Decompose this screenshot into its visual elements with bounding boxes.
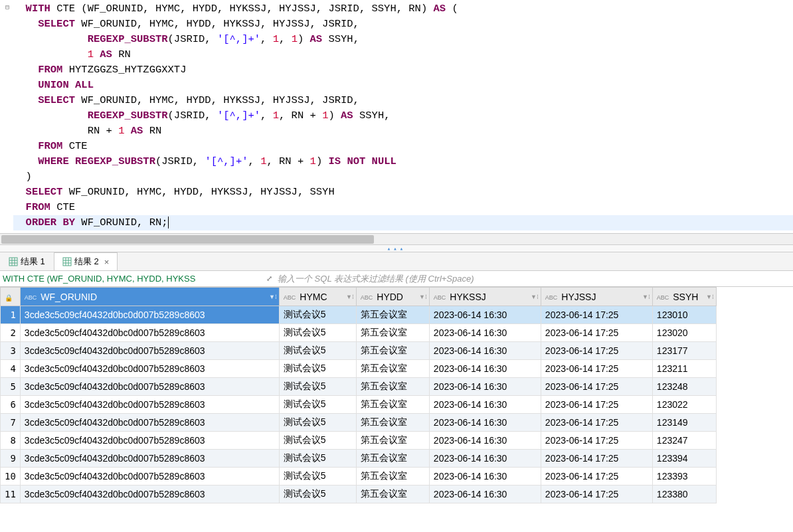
results-grid[interactable]: 🔒ABC WF_ORUNID▼⁞ABC HYMC▼⁞ABC HYDD▼⁞ABC … [0, 287, 793, 532]
row-number[interactable]: 10 [1, 468, 21, 486]
cell[interactable]: 123394 [652, 450, 716, 468]
cell[interactable]: 2023-06-14 16:30 [429, 486, 541, 503]
column-filter-icon[interactable]: ▼⁞ [531, 294, 539, 300]
cell[interactable]: 2023-06-14 16:30 [429, 306, 541, 324]
cell[interactable]: 2023-06-14 16:30 [429, 342, 541, 360]
fold-toggle-icon[interactable]: ⊟ [5, 3, 12, 10]
cell[interactable]: 3cde3c5c09cf40432d0bc0d007b5289c8603 [20, 378, 279, 396]
table-row[interactable]: 43cde3c5c09cf40432d0bc0d007b5289c8603测试会… [1, 360, 717, 378]
table-row[interactable]: 103cde3c5c09cf40432d0bc0d007b5289c8603测试… [1, 468, 717, 486]
cell[interactable]: 2023-06-14 16:30 [429, 450, 541, 468]
cell[interactable]: 第五会议室 [356, 432, 429, 450]
row-number[interactable]: 6 [1, 396, 21, 414]
table-row[interactable]: 83cde3c5c09cf40432d0bc0d007b5289c8603测试会… [1, 432, 717, 450]
column-header-hydd[interactable]: ABC HYDD▼⁞ [356, 288, 429, 306]
filter-expression-input[interactable]: 输入一个 SQL 表达式来过滤结果 (使用 Ctrl+Space) [275, 273, 793, 285]
cell[interactable]: 第五会议室 [356, 468, 429, 486]
cell[interactable]: 3cde3c5c09cf40432d0bc0d007b5289c8603 [20, 396, 279, 414]
cell[interactable]: 第五会议室 [356, 414, 429, 432]
cell[interactable]: 测试会议5 [279, 432, 356, 450]
cell[interactable]: 测试会议5 [279, 360, 356, 378]
cell[interactable]: 3cde3c5c09cf40432d0bc0d007b5289c8603 [20, 414, 279, 432]
cell[interactable]: 2023-06-14 16:30 [429, 468, 541, 486]
cell[interactable]: 第五会议室 [356, 486, 429, 503]
cell[interactable]: 2023-06-14 17:25 [541, 432, 652, 450]
cell[interactable]: 测试会议5 [279, 396, 356, 414]
row-number[interactable]: 5 [1, 378, 21, 396]
cell[interactable]: 2023-06-14 16:30 [429, 432, 541, 450]
column-filter-icon[interactable]: ▼⁞ [706, 294, 714, 300]
column-header-hykssj[interactable]: ABC HYKSSJ▼⁞ [429, 288, 541, 306]
cell[interactable]: 2023-06-14 17:25 [541, 414, 652, 432]
row-number[interactable]: 4 [1, 360, 21, 378]
cell[interactable]: 2023-06-14 17:25 [541, 342, 652, 360]
cell[interactable]: 3cde3c5c09cf40432d0bc0d007b5289c8603 [20, 360, 279, 378]
cell[interactable]: 测试会议5 [279, 486, 356, 503]
table-row[interactable]: 23cde3c5c09cf40432d0bc0d007b5289c8603测试会… [1, 324, 717, 342]
cell[interactable]: 第五会议室 [356, 396, 429, 414]
cell[interactable]: 123211 [652, 360, 716, 378]
column-header-ssyh[interactable]: ABC SSYH▼⁞ [652, 288, 716, 306]
table-row[interactable]: 113cde3c5c09cf40432d0bc0d007b5289c8603测试… [1, 486, 717, 503]
results-tab-2[interactable]: 结果 2× [54, 252, 118, 270]
column-filter-icon[interactable]: ▼⁞ [642, 294, 650, 300]
close-icon[interactable]: × [104, 257, 110, 267]
row-number[interactable]: 3 [1, 342, 21, 360]
editor-horizontal-scrollbar[interactable] [0, 233, 793, 244]
table-row[interactable]: 53cde3c5c09cf40432d0bc0d007b5289c8603测试会… [1, 378, 717, 396]
cell[interactable]: 123149 [652, 414, 716, 432]
cell[interactable]: 123247 [652, 432, 716, 450]
cell[interactable]: 2023-06-14 17:25 [541, 306, 652, 324]
pane-splitter[interactable]: ▴▴▴ [0, 244, 793, 252]
cell[interactable]: 2023-06-14 17:25 [541, 450, 652, 468]
row-number-header[interactable]: 🔒 [1, 288, 21, 306]
cell[interactable]: 测试会议5 [279, 342, 356, 360]
expand-sql-icon[interactable]: ⤢ [263, 274, 275, 283]
cell[interactable]: 第五会议室 [356, 450, 429, 468]
cell[interactable]: 测试会议5 [279, 378, 356, 396]
cell[interactable]: 测试会议5 [279, 450, 356, 468]
cell[interactable]: 123010 [652, 306, 716, 324]
cell[interactable]: 第五会议室 [356, 324, 429, 342]
cell[interactable]: 2023-06-14 17:25 [541, 486, 652, 503]
cell[interactable]: 2023-06-14 16:30 [429, 324, 541, 342]
table-row[interactable]: 93cde3c5c09cf40432d0bc0d007b5289c8603测试会… [1, 450, 717, 468]
cell[interactable]: 测试会议5 [279, 468, 356, 486]
cell[interactable]: 测试会议5 [279, 306, 356, 324]
cell[interactable]: 2023-06-14 16:30 [429, 360, 541, 378]
results-tab-1[interactable]: 结果 1 [0, 252, 54, 270]
row-number[interactable]: 11 [1, 486, 21, 503]
table-row[interactable]: 63cde3c5c09cf40432d0bc0d007b5289c8603测试会… [1, 396, 717, 414]
cell[interactable]: 3cde3c5c09cf40432d0bc0d007b5289c8603 [20, 486, 279, 503]
column-header-hymc[interactable]: ABC HYMC▼⁞ [279, 288, 356, 306]
row-number[interactable]: 7 [1, 414, 21, 432]
cell[interactable]: 2023-06-14 16:30 [429, 414, 541, 432]
cell[interactable]: 第五会议室 [356, 360, 429, 378]
cell[interactable]: 测试会议5 [279, 414, 356, 432]
cell[interactable]: 123393 [652, 468, 716, 486]
cell[interactable]: 123022 [652, 396, 716, 414]
cell[interactable]: 2023-06-14 17:25 [541, 468, 652, 486]
cell[interactable]: 123380 [652, 486, 716, 503]
cell[interactable]: 2023-06-14 17:25 [541, 324, 652, 342]
column-header-wf_orunid[interactable]: ABC WF_ORUNID▼⁞ [20, 288, 279, 306]
table-row[interactable]: 13cde3c5c09cf40432d0bc0d007b5289c8603测试会… [1, 306, 717, 324]
cell[interactable]: 123248 [652, 378, 716, 396]
cell[interactable]: 123177 [652, 342, 716, 360]
cell[interactable]: 3cde3c5c09cf40432d0bc0d007b5289c8603 [20, 324, 279, 342]
cell[interactable]: 3cde3c5c09cf40432d0bc0d007b5289c8603 [20, 450, 279, 468]
column-header-hyjssj[interactable]: ABC HYJSSJ▼⁞ [541, 288, 652, 306]
table-row[interactable]: 33cde3c5c09cf40432d0bc0d007b5289c8603测试会… [1, 342, 717, 360]
column-filter-icon[interactable]: ▼⁞ [346, 294, 354, 300]
cell[interactable]: 123020 [652, 324, 716, 342]
row-number[interactable]: 9 [1, 450, 21, 468]
cell[interactable]: 3cde3c5c09cf40432d0bc0d007b5289c8603 [20, 306, 279, 324]
cell[interactable]: 2023-06-14 17:25 [541, 378, 652, 396]
cell[interactable]: 2023-06-14 16:30 [429, 378, 541, 396]
cell[interactable]: 2023-06-14 17:25 [541, 396, 652, 414]
cell[interactable]: 第五会议室 [356, 306, 429, 324]
cell[interactable]: 测试会议5 [279, 324, 356, 342]
cell[interactable]: 2023-06-14 17:25 [541, 360, 652, 378]
row-number[interactable]: 2 [1, 324, 21, 342]
row-number[interactable]: 1 [1, 306, 21, 324]
